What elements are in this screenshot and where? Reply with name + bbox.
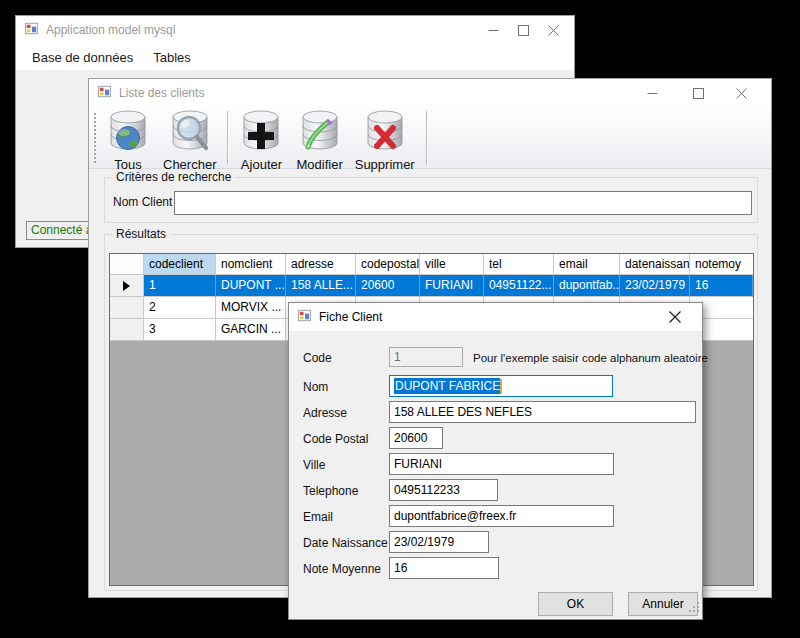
ajouter-button[interactable]: Ajouter	[233, 109, 289, 173]
nom-label: Nom	[303, 380, 328, 394]
telephone-label: Telephone	[303, 484, 358, 498]
window-title: Application model mysql	[46, 23, 175, 37]
menu-item-base-de-donnees[interactable]: Base de données	[22, 46, 143, 69]
supprimer-button[interactable]: Supprimer	[350, 109, 420, 173]
grid-cell[interactable]: 04951122...	[484, 275, 554, 297]
maximize-icon[interactable]	[675, 79, 721, 107]
column-header[interactable]: codeclient	[144, 254, 216, 275]
menubar: Base de données Tables	[16, 44, 574, 70]
row-header-corner	[110, 254, 144, 275]
toolstrip: Tous Chercher	[89, 107, 771, 169]
groupbox-title: Résultats	[112, 227, 170, 241]
maximize-icon[interactable]	[508, 16, 538, 44]
grid-cell[interactable]: MORVIX ...	[216, 297, 286, 319]
code-postal-label: Code Postal	[303, 432, 368, 446]
adresse-label: Adresse	[303, 406, 347, 420]
column-header[interactable]: notemoy	[690, 254, 753, 275]
telephone-input[interactable]	[389, 479, 498, 501]
toolbar-separator	[426, 111, 427, 165]
code-label: Code	[303, 351, 332, 365]
resize-grip-icon[interactable]	[689, 599, 700, 617]
search-criteria-groupbox: Critères de recherche Nom Client	[104, 177, 758, 223]
grid-cell[interactable]: 3	[144, 319, 216, 341]
email-label: Email	[303, 510, 333, 524]
ville-label: Ville	[303, 458, 325, 472]
column-header[interactable]: adresse	[286, 254, 356, 275]
code-note-label: Pour l'exemple saisir code alphanum alea…	[473, 352, 708, 364]
column-header[interactable]: datenaissance	[620, 254, 690, 275]
note-moyenne-input[interactable]	[389, 557, 499, 579]
current-row-indicator	[123, 281, 130, 291]
grid-cell[interactable]: 1	[144, 275, 216, 297]
toolbar-separator	[227, 111, 228, 165]
desktop: Application model mysql Base de données …	[0, 0, 800, 638]
menu-item-tables[interactable]: Tables	[143, 46, 201, 69]
text-caret	[500, 379, 502, 394]
app-form-icon	[24, 21, 39, 40]
main-titlebar[interactable]: Application model mysql	[16, 16, 574, 44]
close-icon[interactable]	[660, 303, 690, 331]
window-fiche-client: Fiche Client Code Pour l'exemple saisir …	[288, 302, 703, 620]
grid-cell[interactable]: GARCIN ...	[216, 319, 286, 341]
ville-input[interactable]	[389, 453, 614, 475]
database-search-icon	[167, 110, 213, 156]
chercher-button[interactable]: Chercher	[158, 109, 221, 173]
groupbox-title: Critères de recherche	[112, 170, 235, 184]
grid-cell[interactable]: FURIANI	[420, 275, 484, 297]
grid-header-row: codeclient nomclient adresse codepostal …	[110, 254, 753, 275]
nom-client-input[interactable]	[174, 191, 752, 215]
code-postal-input[interactable]	[389, 427, 443, 449]
column-header[interactable]: ville	[420, 254, 484, 275]
date-naissance-input[interactable]	[389, 531, 489, 553]
toolbar-button-label: Supprimer	[355, 157, 415, 172]
email-input[interactable]	[389, 505, 614, 527]
selected-text: DUPONT FABRICE	[394, 378, 500, 394]
column-header[interactable]: tel	[484, 254, 554, 275]
grid-cell[interactable]: DUPONT ...	[216, 275, 286, 297]
row-header-cell[interactable]	[110, 319, 144, 341]
nom-client-label: Nom Client	[113, 195, 172, 209]
column-header[interactable]: email	[554, 254, 620, 275]
grid-cell[interactable]: 2	[144, 297, 216, 319]
modifier-button[interactable]: Modifier	[291, 109, 347, 173]
tous-button[interactable]: Tous	[100, 109, 156, 173]
nom-input[interactable]: DUPONT FABRICE	[389, 375, 613, 397]
grid-cell[interactable]: dupontfab...	[554, 275, 620, 297]
note-moyenne-label: Note Moyenne	[303, 562, 381, 576]
grid-cell[interactable]: 20600	[356, 275, 420, 297]
row-header-cell[interactable]	[110, 297, 144, 319]
fiche-titlebar[interactable]: Fiche Client	[289, 303, 702, 331]
grid-cell[interactable]: 16	[690, 275, 753, 297]
toolstrip-grip-icon[interactable]	[93, 112, 97, 164]
date-naissance-label: Date Naissance	[303, 536, 388, 550]
toolbar-button-label: Ajouter	[241, 157, 282, 172]
ok-button[interactable]: OK	[538, 592, 613, 616]
window-title: Fiche Client	[319, 310, 382, 324]
minimize-icon[interactable]	[478, 16, 508, 44]
toolbar-button-label: Modifier	[296, 157, 342, 172]
code-input	[389, 347, 463, 367]
row-header-cell[interactable]	[110, 275, 144, 297]
grid-cell[interactable]: 23/02/1979	[620, 275, 690, 297]
table-row[interactable]: 1 DUPONT ... 158 ALLE... 20600 FURIANI 0…	[110, 275, 753, 297]
app-form-icon	[97, 84, 112, 103]
liste-titlebar[interactable]: Liste des clients	[89, 79, 771, 107]
close-icon[interactable]	[538, 16, 568, 44]
database-add-icon	[238, 110, 284, 156]
column-header[interactable]: codepostal	[356, 254, 420, 275]
column-header[interactable]: nomclient	[216, 254, 286, 275]
adresse-input[interactable]	[389, 401, 696, 423]
window-title: Liste des clients	[119, 86, 204, 100]
database-delete-icon	[362, 110, 408, 156]
cancel-button[interactable]: Annuler	[628, 592, 698, 616]
database-edit-icon	[297, 110, 343, 156]
close-icon[interactable]	[721, 79, 761, 107]
minimize-icon[interactable]	[629, 79, 675, 107]
grid-cell[interactable]: 158 ALLE...	[286, 275, 356, 297]
app-form-icon	[297, 308, 312, 327]
database-globe-icon	[105, 110, 151, 156]
